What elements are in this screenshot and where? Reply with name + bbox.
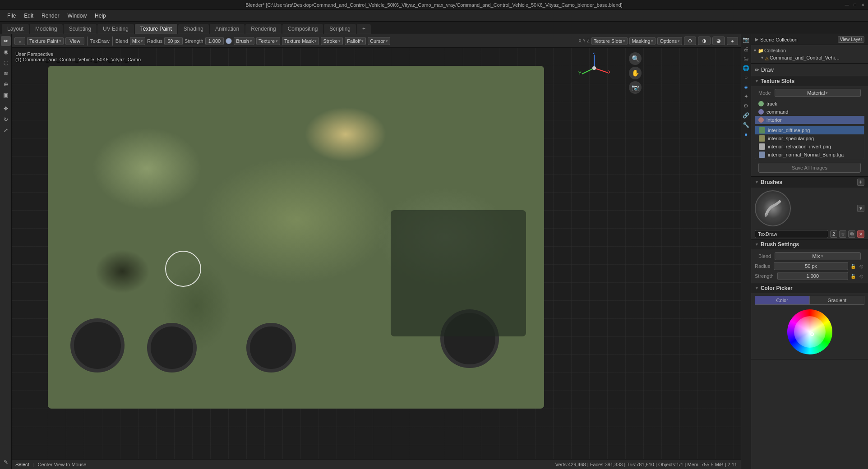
maximize-button[interactable]: □ bbox=[852, 2, 858, 8]
props-modifiers-icon[interactable]: 🔧 bbox=[742, 120, 751, 129]
tab-uv-editing[interactable]: UV Editing bbox=[97, 24, 134, 34]
tab-texture-paint[interactable]: Texture Paint bbox=[135, 24, 177, 34]
material-command[interactable]: command bbox=[755, 108, 864, 116]
view-layer-btn[interactable]: View Layer bbox=[838, 36, 864, 43]
stroke-dropdown[interactable]: Stroke bbox=[321, 37, 343, 45]
color-tab-gradient[interactable]: Gradient bbox=[810, 296, 865, 305]
tool-clone[interactable]: ⊕ bbox=[1, 79, 11, 89]
radius-lock-icon[interactable]: 🔓 bbox=[850, 263, 856, 269]
color-swatch[interactable] bbox=[226, 38, 232, 44]
props-scene-icon[interactable]: 🌐 bbox=[742, 64, 751, 73]
tex-specular[interactable]: interior_specular.png bbox=[755, 134, 864, 143]
tool-mask[interactable]: ▣ bbox=[1, 90, 11, 100]
brush-name-input[interactable] bbox=[755, 230, 828, 238]
tex-refraction[interactable]: interior_refraction_invert.png bbox=[755, 143, 864, 151]
color-wheel[interactable] bbox=[787, 309, 832, 354]
color-picker-header[interactable]: ▼ Color Picker bbox=[751, 283, 868, 293]
props-output-icon[interactable]: 🖨 bbox=[742, 45, 751, 54]
tab-sculpting[interactable]: Sculpting bbox=[64, 24, 97, 34]
menu-help[interactable]: Help bbox=[91, 12, 110, 20]
viewport-shading-rendered[interactable]: ● bbox=[727, 37, 738, 45]
tab-modeling[interactable]: Modeling bbox=[30, 24, 63, 34]
material-interior[interactable]: interior bbox=[755, 116, 864, 124]
view-button[interactable]: View bbox=[65, 37, 84, 45]
props-object-icon[interactable]: ◈ bbox=[742, 83, 751, 92]
menu-file[interactable]: File bbox=[4, 12, 19, 20]
brush-delete-icon[interactable]: ✕ bbox=[857, 230, 864, 238]
props-render-icon[interactable]: 📷 bbox=[742, 35, 751, 44]
viewport-gizmo[interactable]: Z X Y bbox=[578, 52, 610, 84]
hand-icon[interactable]: ✋ bbox=[629, 67, 642, 79]
brushes-add-button[interactable]: + bbox=[857, 179, 864, 186]
menu-render[interactable]: Render bbox=[38, 12, 63, 20]
brushes-header[interactable]: ▼ Brushes + bbox=[751, 177, 868, 188]
props-constraints-icon[interactable]: 🔗 bbox=[742, 111, 751, 120]
texture-slots-header[interactable]: ▼ Texture Slots bbox=[751, 76, 868, 86]
close-button[interactable]: ✕ bbox=[860, 2, 866, 8]
tab-shading[interactable]: Shading bbox=[178, 24, 209, 34]
brush-copy-icon[interactable]: ⧉ bbox=[848, 230, 855, 238]
props-particles-icon[interactable]: ✦ bbox=[742, 92, 751, 101]
options-dropdown[interactable]: Options bbox=[657, 37, 682, 45]
tab-layout[interactable]: Layout bbox=[2, 24, 29, 34]
save-all-images-button[interactable]: Save All Images bbox=[758, 163, 861, 173]
tool-erase[interactable]: ◌ bbox=[1, 58, 11, 68]
tab-animation[interactable]: Animation bbox=[210, 24, 245, 34]
vehicle-object-item[interactable]: ▼ △ Command_and_Control_Vehicle_50K6_Vit… bbox=[751, 54, 868, 61]
brush-settings-header[interactable]: ▼ Brush Settings bbox=[751, 239, 868, 249]
texture-slots-dropdown[interactable]: Texture Slots bbox=[591, 37, 628, 45]
tool-fill[interactable]: ◉ bbox=[1, 47, 11, 57]
tab-rendering[interactable]: Rendering bbox=[245, 24, 281, 34]
props-world-icon[interactable]: ○ bbox=[742, 73, 751, 82]
falloff-dropdown[interactable]: Falloff bbox=[345, 37, 366, 45]
viewport[interactable]: User Perspective (1) Command_and_Control… bbox=[12, 48, 741, 459]
menu-window[interactable]: Window bbox=[64, 12, 90, 20]
radius-value[interactable]: 50 px bbox=[164, 37, 183, 45]
material-truck[interactable]: truck bbox=[755, 100, 864, 108]
tool-annotate[interactable]: ✎ bbox=[1, 457, 11, 467]
viewport-overlays[interactable]: ⊙ bbox=[684, 37, 696, 45]
strength-lock-icon[interactable]: 🔓 bbox=[850, 273, 856, 279]
strength-value[interactable]: 1.000 bbox=[205, 37, 224, 45]
tool-draw[interactable]: ✏ bbox=[1, 36, 11, 46]
tool-rotate[interactable]: ↻ bbox=[1, 115, 11, 124]
tab-scripting[interactable]: Scripting bbox=[324, 24, 356, 34]
brush-dropdown[interactable]: Brush bbox=[234, 37, 254, 45]
cursor-dropdown[interactable]: Cursor bbox=[368, 37, 390, 45]
tex-diffuse[interactable]: interior_diffuse.png bbox=[755, 126, 864, 134]
bs-strength-value[interactable]: 1.000 bbox=[777, 272, 848, 280]
paint-mode-icon[interactable]: ⬦ bbox=[14, 37, 25, 45]
tool-move[interactable]: ✥ bbox=[1, 104, 11, 114]
tool-scale[interactable]: ⤢ bbox=[1, 125, 11, 135]
blend-dropdown[interactable]: Mix bbox=[130, 37, 145, 45]
texture-dropdown[interactable]: Texture bbox=[256, 37, 280, 45]
zoom-icon[interactable]: 🔍 bbox=[629, 52, 642, 65]
menu-edit[interactable]: Edit bbox=[20, 12, 37, 20]
mode-dropdown[interactable]: Texture Paint bbox=[27, 37, 64, 45]
brush-fav-icon[interactable]: ☆ bbox=[839, 230, 846, 238]
tool-smear[interactable]: ≋ bbox=[1, 69, 11, 78]
window-controls[interactable]: — □ ✕ bbox=[844, 2, 866, 8]
props-material-icon[interactable]: ● bbox=[742, 130, 751, 139]
materials-list: truck command interior bbox=[755, 100, 864, 124]
props-physics-icon[interactable]: ⚙ bbox=[742, 101, 751, 110]
mode-value-dropdown[interactable]: Material bbox=[775, 89, 861, 97]
tab-add[interactable]: + bbox=[357, 24, 371, 34]
wheel-rear-left bbox=[246, 323, 296, 372]
minimize-button[interactable]: — bbox=[844, 2, 850, 8]
radius-falloff-icon[interactable]: ◎ bbox=[858, 263, 864, 269]
masking-dropdown[interactable]: Masking bbox=[629, 37, 656, 45]
bs-blend-dropdown[interactable]: Mix bbox=[775, 252, 861, 260]
bs-radius-value[interactable]: 50 px bbox=[774, 262, 848, 270]
tab-compositing[interactable]: Compositing bbox=[282, 24, 323, 34]
viewport-shading-solid[interactable]: ◑ bbox=[698, 37, 711, 45]
tex-normal[interactable]: interior_normal_Normal_Bump.tga bbox=[755, 151, 864, 159]
viewport-shading-material[interactable]: ◕ bbox=[712, 37, 725, 45]
color-tab-color[interactable]: Color bbox=[755, 296, 810, 305]
props-view-layer-icon[interactable]: 🗂 bbox=[742, 54, 751, 63]
camera-icon[interactable]: 📷 bbox=[629, 81, 642, 94]
texture-mask-dropdown[interactable]: Texture Mask bbox=[282, 37, 319, 45]
brush-list-expand[interactable]: ▾ bbox=[857, 205, 864, 212]
strength-falloff-icon[interactable]: ◎ bbox=[858, 273, 864, 279]
collection-item[interactable]: ▼ 📁 Collection bbox=[751, 47, 868, 54]
